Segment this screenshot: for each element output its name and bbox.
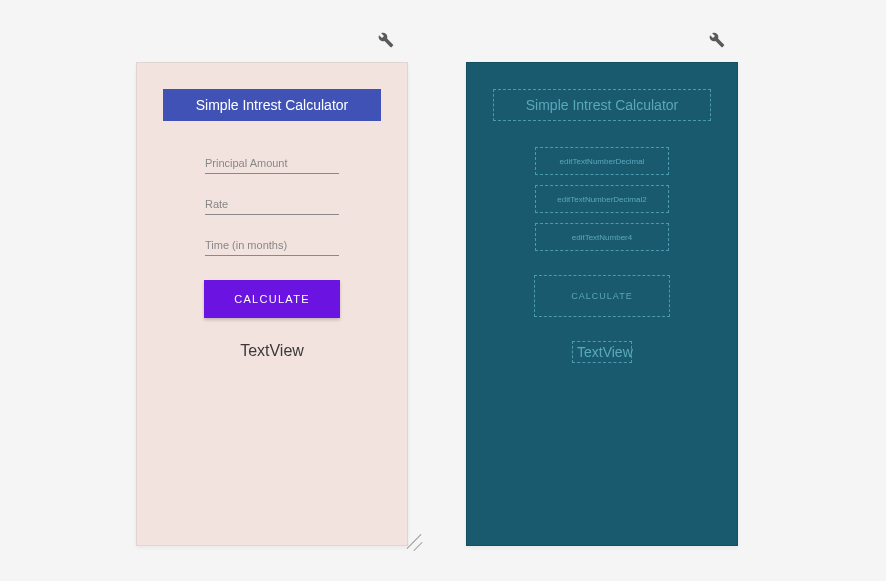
principal-amount-input-blueprint[interactable]: editTextNumberDecimal [535, 147, 669, 175]
header-title: Simple Intrest Calculator [163, 89, 381, 121]
blueprint-preview-panel: Simple Intrest Calculator editTextNumber… [466, 62, 738, 546]
rate-input[interactable] [205, 192, 339, 215]
result-textview-blueprint[interactable]: TextView [572, 341, 632, 363]
input-fields-container [137, 121, 407, 256]
header-title-text: Simple Intrest Calculator [196, 97, 349, 113]
principal-amount-input[interactable] [205, 151, 339, 174]
result-textview: TextView [137, 342, 407, 360]
time-input-blueprint[interactable]: editTextNumber4 [535, 223, 669, 251]
header-title-text: Simple Intrest Calculator [526, 97, 679, 113]
calculate-button-blueprint[interactable]: CALCULATE [534, 275, 670, 317]
resize-handle-icon[interactable] [401, 531, 431, 561]
design-preview-panel: Simple Intrest Calculator CALCULATE Text… [136, 62, 408, 546]
rate-input-blueprint[interactable]: editTextNumberDecimal2 [535, 185, 669, 213]
input-fields-container: editTextNumberDecimal editTextNumberDeci… [467, 121, 737, 251]
header-title-blueprint[interactable]: Simple Intrest Calculator [493, 89, 711, 121]
wrench-icon[interactable] [378, 32, 394, 53]
calculate-button[interactable]: CALCULATE [204, 280, 340, 318]
wrench-icon[interactable] [709, 32, 725, 53]
time-input[interactable] [205, 233, 339, 256]
